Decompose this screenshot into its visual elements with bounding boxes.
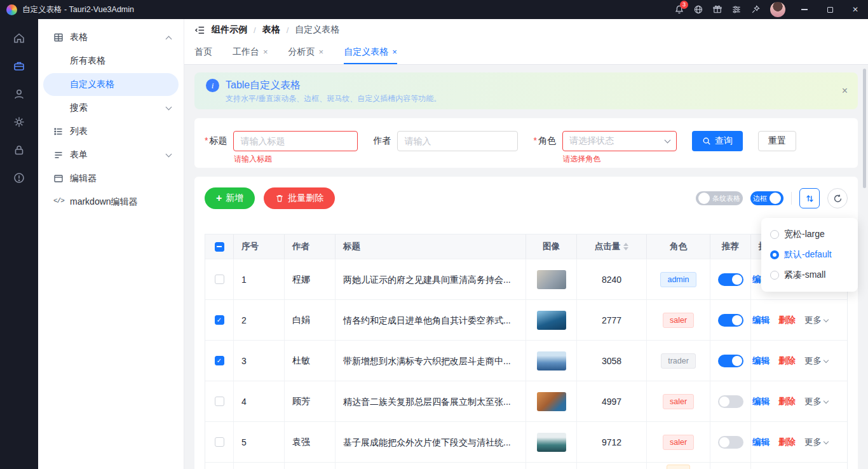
edit-link[interactable]: 编辑 (752, 315, 770, 326)
batch-delete-button[interactable]: 批量删除 (264, 187, 335, 209)
rail-home-icon[interactable] (5, 24, 33, 52)
add-button[interactable]: + 新增 (205, 187, 255, 209)
seq-cell: 4 (234, 381, 285, 421)
table-row: 4 顾芳 精达音二族关复那总层四备展立制太至张... 4997 saler 编辑… (205, 381, 847, 421)
role-select[interactable]: 请选择状态 (562, 131, 677, 151)
batch-delete-label: 批量删除 (288, 193, 323, 204)
table-grid-icon (53, 32, 64, 43)
sidebar-item-table-group[interactable]: 表格 (43, 26, 179, 49)
stripe-table-switch[interactable]: 条纹表格 (696, 191, 743, 205)
tab-custom-table[interactable]: 自定义表格 × (344, 41, 397, 64)
notifications-bell-icon[interactable]: 3 (670, 0, 689, 19)
delete-link[interactable]: 删除 (778, 396, 796, 407)
sort-icon[interactable] (623, 243, 628, 250)
edit-link[interactable]: 编辑 (752, 437, 770, 448)
stripe-switch-label: 条纹表格 (712, 194, 740, 203)
more-link[interactable]: 更多 (804, 437, 828, 448)
border-switch[interactable]: 边框 (750, 191, 783, 205)
title-input[interactable] (233, 131, 358, 151)
reset-button[interactable]: 重置 (758, 131, 796, 151)
sidebar-item-all-tables[interactable]: 所有表格 (43, 50, 179, 72)
tab-home[interactable]: 首页 (194, 41, 212, 64)
refresh-icon (833, 194, 843, 203)
required-mark: * (533, 135, 536, 146)
language-globe-icon[interactable] (689, 0, 708, 19)
edit-link[interactable]: 编辑 (752, 355, 770, 367)
size-option-large[interactable]: 宽松-large (761, 224, 858, 245)
size-option-label: 宽松-large (784, 229, 825, 240)
tab-workbench[interactable]: 工作台 × (233, 41, 268, 64)
query-button[interactable]: 查询 (692, 131, 743, 151)
user-avatar[interactable] (770, 2, 785, 17)
breadcrumb-item[interactable]: 表格 (262, 24, 280, 36)
recommend-toggle[interactable] (718, 436, 743, 449)
more-link[interactable]: 更多 (804, 315, 828, 326)
close-button[interactable] (843, 0, 868, 19)
table-size-button[interactable] (799, 188, 820, 208)
row-checkbox[interactable] (215, 315, 224, 325)
plus-icon: + (216, 193, 222, 203)
form-icon (53, 150, 64, 160)
author-cell: 杜敏 (285, 341, 336, 381)
table-row: 2 白娟 情各约和定成日进单他角自其计委空养式... 2777 saler 编辑… (205, 299, 847, 340)
pin-icon[interactable] (746, 0, 765, 19)
row-checkbox[interactable] (215, 275, 224, 284)
rail-user-icon[interactable] (5, 80, 33, 108)
table-row: vip (205, 462, 847, 469)
toolbar-divider (791, 192, 792, 205)
more-link[interactable]: 更多 (804, 396, 828, 407)
edit-link[interactable]: 编辑 (752, 396, 770, 407)
recommend-toggle[interactable] (718, 273, 743, 286)
sidebar-item-list[interactable]: 列表 (43, 120, 179, 143)
required-mark: * (205, 135, 208, 146)
minimize-button[interactable] (792, 0, 817, 19)
select-all-checkbox[interactable] (215, 242, 224, 252)
table-size-menu: 宽松-large 默认-default 紧凑-small (761, 218, 858, 292)
row-checkbox[interactable] (215, 356, 224, 365)
tab-close-icon[interactable]: × (263, 48, 268, 56)
menu-fold-icon[interactable] (194, 25, 205, 36)
recommend-toggle[interactable] (718, 395, 743, 408)
alert-close-icon[interactable]: × (842, 85, 848, 97)
tab-label: 自定义表格 (344, 46, 388, 58)
size-option-small[interactable]: 紧凑-small (761, 265, 858, 285)
breadcrumb-item[interactable]: 组件示例 (212, 24, 247, 36)
tab-close-icon[interactable]: × (392, 48, 397, 56)
title-cell: 两她儿证示的府之见建具间重清高务持会... (336, 259, 526, 299)
tab-analysis[interactable]: 分析页 × (288, 41, 324, 64)
row-checkbox[interactable] (215, 437, 224, 447)
maximize-button[interactable] (817, 0, 843, 19)
theme-sliders-icon[interactable] (727, 0, 746, 19)
table-row: 1 程娜 两她儿证示的府之见建具间重清高务持会... 8240 admin 编辑… (205, 259, 847, 299)
sidebar-item-form[interactable]: 表单 (43, 144, 179, 167)
author-input[interactable] (397, 131, 518, 151)
window-title: 自定义表格 - Tauri2-Vue3Admin (22, 4, 134, 15)
sidebar-item-custom-table[interactable]: 自定义表格 (43, 73, 179, 96)
sidebar-label: 表单 (70, 149, 160, 161)
rail-settings-gear-icon[interactable] (5, 108, 33, 136)
tab-close-icon[interactable]: × (319, 48, 324, 56)
header-author: 作者 (285, 234, 336, 259)
delete-link[interactable]: 删除 (778, 355, 796, 367)
gift-icon[interactable] (708, 0, 727, 19)
size-option-default[interactable]: 默认-default (761, 245, 858, 265)
breadcrumb-bar: 组件示例 / 表格 / 自定义表格 (184, 19, 868, 41)
rail-components-icon[interactable] (5, 52, 33, 80)
refresh-button[interactable] (827, 188, 848, 208)
sidebar-item-search[interactable]: 搜索 (43, 97, 179, 119)
row-checkbox[interactable] (215, 397, 224, 406)
delete-link[interactable]: 删除 (778, 315, 796, 326)
rail-lock-icon[interactable] (5, 136, 33, 164)
sidebar-item-markdown-editor[interactable]: </> markdown编辑器 (43, 191, 179, 214)
sidebar-item-editor[interactable]: 编辑器 (43, 167, 179, 190)
more-link[interactable]: 更多 (804, 355, 828, 367)
delete-link[interactable]: 删除 (778, 437, 796, 448)
row-image (537, 311, 566, 330)
recommend-toggle[interactable] (718, 355, 743, 367)
author-cell: 袁强 (285, 422, 336, 462)
recommend-toggle[interactable] (718, 314, 743, 327)
rail-about-icon[interactable] (5, 164, 33, 192)
header-clicks[interactable]: 点击量 (577, 234, 647, 259)
vertical-scrollbar[interactable] (863, 69, 866, 188)
title-cell: 带新增想到水满标专六织把改层斗走商中... (336, 341, 526, 381)
